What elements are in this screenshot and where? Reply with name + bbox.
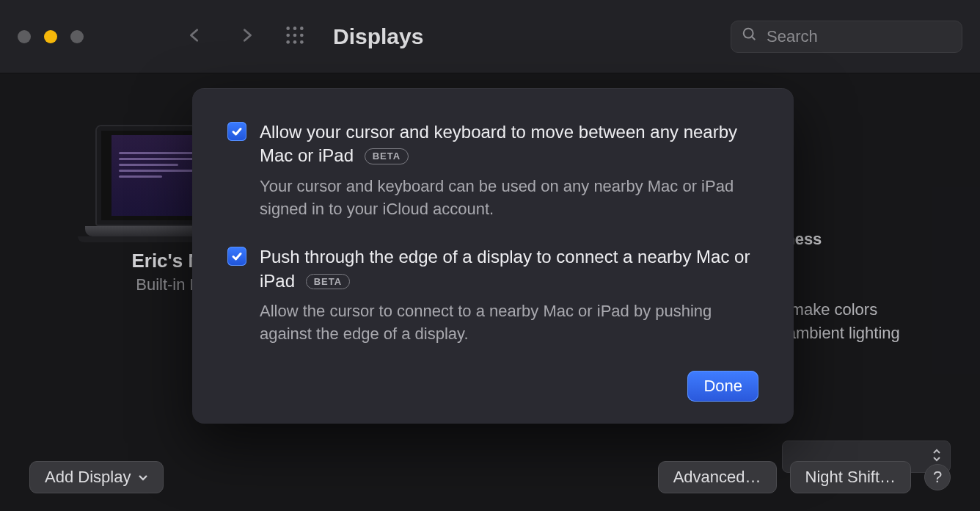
done-button[interactable]: Done [687, 371, 758, 402]
svg-point-1 [293, 26, 297, 30]
svg-line-10 [752, 36, 756, 40]
option-title: Allow your cursor and keyboard to move b… [260, 120, 758, 168]
chevron-down-icon [138, 468, 148, 487]
svg-point-0 [286, 26, 290, 30]
checkbox-universal-control[interactable] [227, 122, 246, 141]
help-button[interactable]: ? [924, 464, 951, 490]
forward-button[interactable] [239, 24, 255, 49]
svg-point-4 [293, 33, 297, 37]
window-controls [18, 30, 84, 43]
toolbar: Displays Search [0, 0, 980, 73]
option-push-through-edge: Push through the edge of a display to co… [227, 245, 758, 345]
add-display-button[interactable]: Add Display [29, 461, 164, 493]
window-zoom[interactable] [70, 30, 84, 43]
option-description: Your cursor and keyboard can be used on … [260, 175, 758, 221]
nav-controls [186, 24, 255, 49]
search-placeholder: Search [767, 27, 818, 46]
svg-point-5 [300, 33, 304, 37]
advanced-sheet: Allow your cursor and keyboard to move b… [192, 88, 794, 424]
option-universal-control: Allow your cursor and keyboard to move b… [227, 120, 758, 220]
footer: Add Display Advanced… Night Shift… ? [0, 461, 980, 493]
option-title: Push through the edge of a display to co… [260, 245, 758, 293]
all-prefs-icon[interactable] [285, 25, 305, 48]
window-minimize[interactable] [44, 30, 57, 43]
window-close[interactable] [18, 30, 31, 43]
svg-point-2 [300, 26, 304, 30]
svg-point-8 [300, 40, 304, 44]
svg-point-3 [286, 33, 290, 37]
back-button[interactable] [186, 24, 202, 49]
beta-badge: BETA [306, 274, 350, 290]
svg-point-6 [286, 40, 290, 44]
night-shift-button[interactable]: Night Shift… [790, 461, 912, 493]
svg-point-7 [293, 40, 297, 44]
option-description: Allow the cursor to connect to a nearby … [260, 300, 758, 346]
search-field[interactable]: Search [731, 21, 962, 53]
beta-badge: BETA [365, 148, 409, 164]
search-icon [742, 26, 758, 47]
advanced-button[interactable]: Advanced… [658, 461, 777, 493]
window-title: Displays [333, 24, 731, 49]
checkbox-push-through-edge[interactable] [227, 247, 246, 266]
add-display-label: Add Display [45, 468, 131, 487]
svg-point-9 [744, 28, 753, 37]
